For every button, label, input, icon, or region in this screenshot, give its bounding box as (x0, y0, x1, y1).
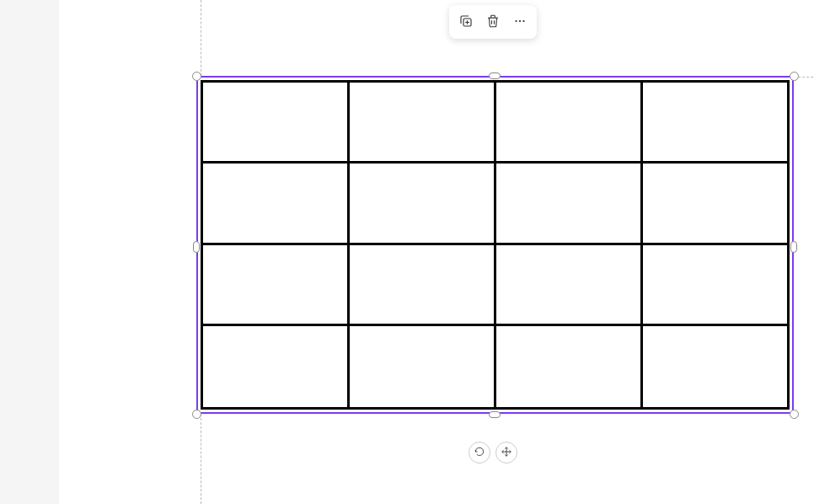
svg-point-5 (515, 19, 517, 21)
alignment-guide-vertical-top (201, 0, 201, 76)
resize-handle-s[interactable] (489, 411, 501, 418)
rotate-button[interactable] (469, 442, 490, 464)
resize-handle-w[interactable] (193, 241, 200, 253)
transform-toolbar (469, 442, 517, 464)
trash-icon (485, 13, 501, 31)
rotate-icon (474, 446, 485, 460)
svg-point-7 (522, 19, 524, 21)
resize-handle-n[interactable] (489, 72, 501, 79)
copy-plus-icon (458, 13, 474, 31)
delete-button[interactable] (481, 10, 505, 34)
ellipsis-icon (512, 13, 527, 31)
selection-toolbar (449, 5, 537, 39)
left-sidebar (0, 0, 59, 504)
resize-handle-ne[interactable] (790, 72, 799, 81)
duplicate-button[interactable] (454, 10, 478, 34)
selection-outline (196, 76, 794, 414)
move-icon (501, 446, 512, 460)
more-options-button[interactable] (508, 10, 532, 34)
move-button[interactable] (495, 442, 517, 464)
resize-handle-sw[interactable] (192, 410, 201, 419)
resize-handle-nw[interactable] (192, 72, 201, 81)
alignment-guide-vertical-bottom (201, 414, 201, 504)
canvas[interactable] (59, 0, 814, 504)
svg-point-6 (519, 19, 521, 21)
resize-handle-se[interactable] (790, 410, 799, 419)
resize-handle-e[interactable] (790, 241, 797, 253)
